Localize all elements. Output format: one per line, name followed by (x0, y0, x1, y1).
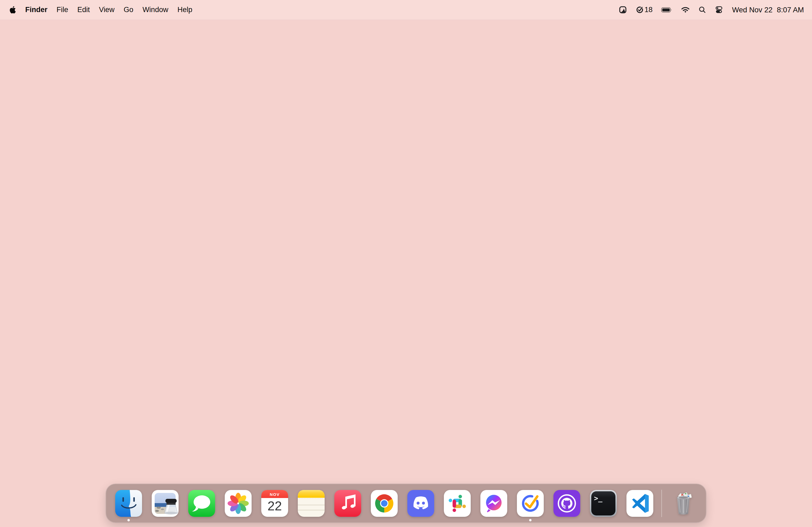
calendar-day-label: 22 (267, 499, 282, 513)
menu-item-help[interactable]: Help (173, 6, 197, 14)
menu-bar-left: Finder File Edit View Go Window Help (9, 6, 197, 14)
menu-item-view[interactable]: View (95, 6, 119, 14)
wifi-icon[interactable] (679, 6, 692, 14)
discord-icon (407, 490, 434, 517)
dock-divider (661, 490, 662, 517)
dock-app-terminal[interactable]: >_ (590, 490, 617, 517)
menu-bar-clock[interactable]: Wed Nov 22 8:07 AM (732, 6, 804, 14)
dock-app-chrome[interactable] (371, 490, 398, 517)
menu-item-edit[interactable]: Edit (73, 6, 95, 14)
calendar-month-label: NOV (270, 492, 279, 497)
dock-app-ticktick[interactable] (517, 490, 544, 517)
messenger-icon (480, 490, 507, 517)
messages-icon (188, 490, 215, 517)
app-menu-finder[interactable]: Finder (21, 6, 52, 14)
menu-bar-status-area: 18 (616, 6, 804, 14)
music-icon (334, 490, 361, 517)
clock-date: Wed Nov 22 (732, 6, 772, 14)
notes-icon (298, 490, 325, 517)
apple-menu-icon[interactable] (9, 6, 16, 13)
trash-full-icon (670, 490, 697, 517)
running-indicator (128, 519, 130, 521)
photos-icon (225, 490, 251, 517)
dock-app-messages[interactable] (188, 490, 215, 517)
menu-item-window[interactable]: Window (138, 6, 173, 14)
dock-app-notes[interactable] (298, 490, 325, 517)
dock-app-photos[interactable] (225, 490, 251, 517)
finder-icon (115, 490, 142, 517)
dock-app-messenger[interactable] (480, 490, 507, 517)
task-check-menu-icon[interactable]: 18 (633, 6, 655, 14)
desktop-wallpaper: Finder File Edit View Go Window Help 18 (0, 0, 812, 527)
battery-icon[interactable] (659, 6, 675, 14)
dock-app-finder[interactable] (115, 490, 142, 517)
terminal-prompt-glyph: >_ (594, 494, 603, 502)
github-icon (553, 490, 580, 517)
loupe (164, 499, 177, 514)
calendar-icon: NOV 22 (261, 490, 288, 517)
sticker-peel-menu-icon[interactable] (616, 6, 629, 14)
dock-app-music[interactable] (334, 490, 361, 517)
vscode-icon (626, 490, 653, 517)
dock: NOV 22 (106, 484, 706, 523)
dock-app-slack[interactable] (444, 490, 471, 517)
dock-trash[interactable] (670, 490, 697, 517)
dock-app-calendar[interactable]: NOV 22 (261, 490, 288, 517)
chrome-icon (371, 490, 398, 517)
menu-bar: Finder File Edit View Go Window Help 18 (0, 0, 812, 20)
spotlight-search-icon[interactable] (696, 6, 709, 14)
dock-app-discord[interactable] (407, 490, 434, 517)
menu-item-file[interactable]: File (52, 6, 73, 14)
dock-app-vscode[interactable] (626, 490, 653, 517)
slack-icon (444, 490, 471, 517)
control-center-icon[interactable] (712, 6, 726, 14)
running-indicator (529, 519, 532, 521)
menu-item-go[interactable]: Go (119, 6, 138, 14)
terminal-icon: >_ (590, 490, 617, 517)
clock-time: 8:07 AM (777, 6, 804, 14)
dock-app-github[interactable] (553, 490, 580, 517)
preview-icon (152, 490, 178, 517)
ticktick-icon (517, 490, 544, 517)
task-count-badge: 18 (644, 6, 653, 14)
dock-app-preview[interactable] (152, 490, 178, 517)
